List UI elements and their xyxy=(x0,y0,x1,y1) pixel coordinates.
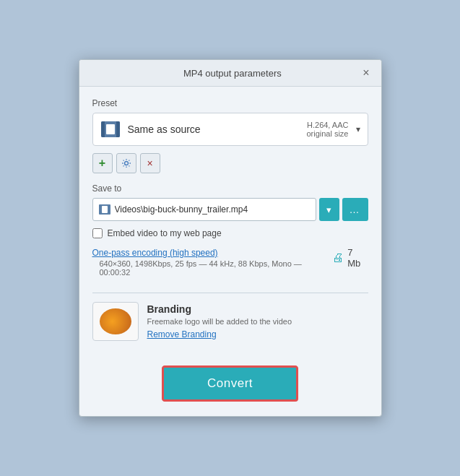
close-button[interactable]: × xyxy=(361,67,370,79)
embed-label[interactable]: Embed video to my web page xyxy=(108,228,222,238)
path-text: Videos\big-buck-bunny_trailer.mp4 xyxy=(115,204,248,215)
preset-size: original size xyxy=(306,129,348,138)
file-size: 🖨 7 Mb xyxy=(332,247,368,269)
dialog-body: Preset Same as source H.264, AAC origina… xyxy=(79,87,381,357)
save-to-row: Videos\big-buck-bunny_trailer.mp4 ▾ … xyxy=(92,198,368,221)
printer-icon: 🖨 xyxy=(332,251,344,264)
add-preset-button[interactable]: + xyxy=(92,153,113,173)
convert-area: Convert xyxy=(79,357,381,416)
dialog: MP4 output parameters × Preset Same as s… xyxy=(79,59,382,417)
dialog-title: MP4 output parameters xyxy=(104,68,362,79)
convert-button[interactable]: Convert xyxy=(162,365,298,402)
preset-icon xyxy=(100,119,121,139)
embed-checkbox[interactable] xyxy=(92,228,103,238)
svg-point-0 xyxy=(124,162,128,165)
encoding-left: One-pass encoding (high speed) 640×360, … xyxy=(92,247,333,284)
path-dropdown-arrow: ▾ xyxy=(326,204,331,215)
remove-preset-button[interactable]: × xyxy=(140,153,160,173)
divider xyxy=(92,293,368,293)
toolbar: + × xyxy=(92,153,368,173)
encoding-details: 640×360, 1498Kbps, 25 fps — 44 kHz, 88 K… xyxy=(100,259,333,277)
preset-name: Same as source xyxy=(128,124,307,135)
encoding-link[interactable]: One-pass encoding (high speed) xyxy=(92,248,218,258)
size-label: 7 Mb xyxy=(347,247,368,269)
preset-codec: H.264, AAC xyxy=(306,121,348,129)
embed-row: Embed video to my web page xyxy=(92,228,368,238)
encoding-row: One-pass encoding (high speed) 640×360, … xyxy=(92,247,368,284)
branding-logo-box xyxy=(92,302,139,341)
preset-dropdown-arrow[interactable]: ▾ xyxy=(356,124,360,134)
branding-title: Branding xyxy=(147,303,292,315)
preset-row[interactable]: Same as source H.264, AAC original size … xyxy=(92,113,368,146)
path-file-icon xyxy=(99,204,110,215)
branding-logo xyxy=(100,308,131,334)
path-browse-dots: … xyxy=(350,204,361,215)
path-input[interactable]: Videos\big-buck-bunny_trailer.mp4 xyxy=(92,198,316,221)
save-to-label: Save to xyxy=(92,183,368,194)
path-browse-button[interactable]: … xyxy=(342,198,368,221)
title-bar: MP4 output parameters × xyxy=(79,60,381,87)
film-icon xyxy=(101,121,120,137)
path-dropdown-button[interactable]: ▾ xyxy=(319,198,339,221)
remove-branding-link[interactable]: Remove Branding xyxy=(147,329,217,339)
settings-button[interactable] xyxy=(116,153,136,173)
branding-text-block: Branding Freemake logo will be added to … xyxy=(147,303,292,339)
preset-label: Preset xyxy=(92,98,368,108)
branding-description: Freemake logo will be added to the video xyxy=(147,317,292,326)
preset-info: H.264, AAC original size xyxy=(306,121,348,138)
branding-row: Branding Freemake logo will be added to … xyxy=(92,302,368,341)
